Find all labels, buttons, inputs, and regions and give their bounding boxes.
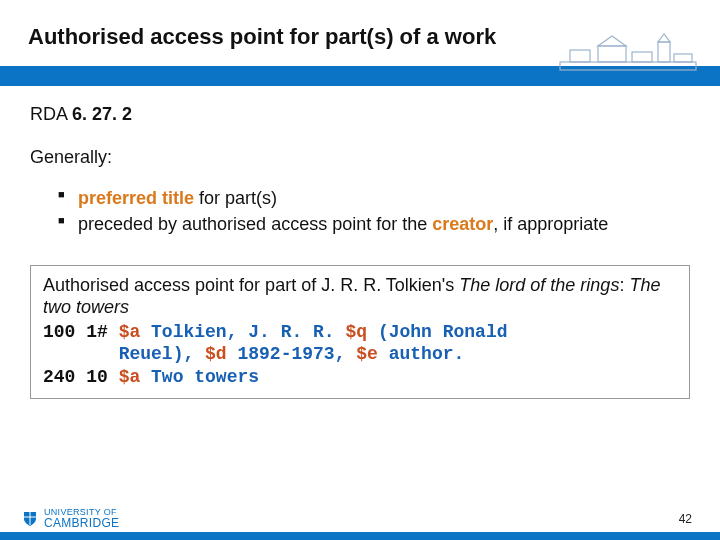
example-title: The lord of the rings bbox=[459, 275, 619, 295]
example-prefix: Authorised access point for part of J. R… bbox=[43, 275, 459, 295]
bullet-item: preceded by authorised access point for … bbox=[58, 212, 690, 236]
marc-tag: 240 10 bbox=[43, 367, 119, 387]
marc-subfield: $q bbox=[345, 322, 367, 342]
marc-text: author. bbox=[378, 344, 464, 364]
content-area: RDA 6. 27. 2 Generally: preferred title … bbox=[0, 86, 720, 399]
svg-rect-5 bbox=[658, 42, 670, 62]
marc-text: 1892-1973, bbox=[227, 344, 357, 364]
marc-subfield: $a bbox=[119, 322, 141, 342]
marc-subfield: $d bbox=[205, 344, 227, 364]
footer-bar bbox=[0, 532, 720, 540]
bullet-text: , if appropriate bbox=[493, 214, 608, 234]
svg-marker-3 bbox=[598, 36, 626, 46]
bullet-item: preferred title for part(s) bbox=[58, 186, 690, 210]
generally-label: Generally: bbox=[30, 147, 690, 168]
marc-indent bbox=[43, 344, 119, 364]
svg-rect-1 bbox=[570, 50, 590, 62]
marc-tag: 100 1# bbox=[43, 322, 119, 342]
svg-rect-7 bbox=[674, 54, 692, 62]
bullet-text: for part(s) bbox=[194, 188, 277, 208]
svg-rect-2 bbox=[598, 46, 626, 62]
marc-subfield: $a bbox=[119, 367, 141, 387]
page-number: 42 bbox=[679, 512, 692, 526]
rda-ref: 6. 27. 2 bbox=[72, 104, 132, 124]
footer: UNIVERSITY OF CAMBRIDGE 42 bbox=[0, 496, 720, 540]
rda-reference: RDA 6. 27. 2 bbox=[30, 104, 690, 125]
example-sep: : bbox=[619, 275, 629, 295]
svg-marker-6 bbox=[658, 34, 670, 42]
bullet-list: preferred title for part(s) preceded by … bbox=[30, 186, 690, 237]
logo-text: UNIVERSITY OF CAMBRIDGE bbox=[44, 508, 119, 530]
marc-text: Reuel), bbox=[119, 344, 205, 364]
marc-record: 100 1# $a Tolkien, J. R. R. $q (John Ron… bbox=[43, 321, 677, 389]
example-box: Authorised access point for part of J. R… bbox=[30, 265, 690, 400]
example-description: Authorised access point for part of J. R… bbox=[43, 274, 677, 319]
marc-subfield: $e bbox=[356, 344, 378, 364]
logo-line2: CAMBRIDGE bbox=[44, 517, 119, 530]
marc-text: Two towers bbox=[140, 367, 259, 387]
marc-text: Tolkien, J. R. R. bbox=[140, 322, 345, 342]
highlight-text: preferred title bbox=[78, 188, 194, 208]
shield-icon bbox=[22, 511, 38, 527]
page-title: Authorised access point for part(s) of a… bbox=[28, 24, 588, 50]
marc-text: (John Ronald bbox=[367, 322, 507, 342]
svg-rect-0 bbox=[560, 62, 696, 70]
rda-label: RDA bbox=[30, 104, 72, 124]
university-watermark-icon bbox=[558, 30, 698, 80]
bullet-text: preceded by authorised access point for … bbox=[78, 214, 432, 234]
svg-rect-4 bbox=[632, 52, 652, 62]
university-logo: UNIVERSITY OF CAMBRIDGE bbox=[22, 508, 119, 530]
title-area: Authorised access point for part(s) of a… bbox=[0, 0, 720, 60]
highlight-text: creator bbox=[432, 214, 493, 234]
